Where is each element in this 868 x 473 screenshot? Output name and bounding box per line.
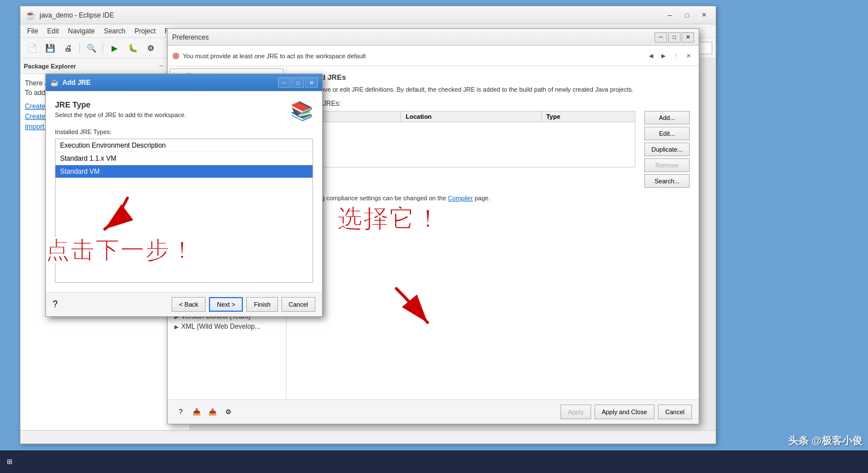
error-bar: ⊗ You must provide at least one JRE to a…	[168, 46, 699, 66]
preferences-title: Preferences	[172, 33, 209, 41]
annotation-text-select: 选择它！	[337, 203, 441, 236]
eclipse-icon: ☕	[25, 10, 36, 20]
apply-close-button[interactable]: Apply and Close	[595, 405, 655, 419]
jre-table: Name Location Type	[296, 111, 635, 167]
more-nav-button[interactable]: ⋮	[670, 50, 682, 62]
status-bar	[20, 430, 716, 444]
toolbar-separator	[79, 42, 80, 54]
forward-nav-button[interactable]: ▶	[658, 50, 669, 62]
compliance-text: Conflicting compliance settings can be c…	[296, 195, 690, 201]
cancel-preferences-button[interactable]: Cancel	[658, 405, 692, 419]
jre-type-desc: Select the type of JRE to add to the wor…	[55, 111, 186, 118]
new-button[interactable]: 📄	[24, 41, 40, 55]
import-icon[interactable]: 📥	[190, 406, 203, 418]
add-jre-close-button[interactable]: ✕	[305, 78, 318, 88]
jre-col-type: Type	[541, 111, 635, 122]
taskbar-start[interactable]: ⊞	[0, 458, 19, 466]
toolbar-separator2	[102, 42, 103, 54]
preferences-titlebar: Preferences ─ □ ✕	[168, 29, 699, 46]
search-button[interactable]: 🔍	[83, 41, 99, 55]
jre-types-label: Installed JRE Types:	[55, 128, 313, 135]
save-button[interactable]: 💾	[42, 41, 58, 55]
minimize-panel-button[interactable]: ─	[157, 62, 166, 71]
cancel-add-jre-button[interactable]: Cancel	[281, 297, 315, 312]
panel-title: Package Explorer	[24, 63, 76, 70]
print-button[interactable]: 🖨	[60, 41, 76, 55]
preferences-footer: ? 📥 📤 ⚙ Apply Apply and Close Cancel	[168, 399, 699, 424]
search-jre-button[interactable]: Search...	[644, 174, 690, 188]
add-jre-title-text: Add JRE	[62, 79, 91, 87]
jre-type-standard-11x[interactable]: Standard 1.1.x VM	[55, 152, 313, 165]
add-jre-minimize-button[interactable]: ─	[278, 78, 290, 88]
external-tools-button[interactable]: ⚙	[143, 41, 159, 55]
back-button[interactable]: < Back	[172, 297, 206, 312]
remove-jre-button[interactable]: Remove	[644, 158, 690, 172]
tree-item-xml[interactable]: ▶XML (Wild Web Develop...	[168, 321, 286, 332]
run-button[interactable]: ▶	[106, 41, 122, 55]
next-button[interactable]: Next >	[209, 297, 243, 312]
compiler-link[interactable]: Compiler	[448, 195, 473, 201]
help-icon[interactable]: ?	[174, 406, 187, 418]
jre-type-icon: 📚	[290, 100, 313, 122]
annotation-text-step: 点击下一步！	[45, 235, 195, 266]
add-jre-title-icon: ☕	[50, 79, 59, 87]
add-jre-help-icon[interactable]: ?	[53, 299, 58, 309]
nav-close-button[interactable]: ✕	[683, 50, 694, 62]
add-jre-footer: ? < Back Next > Finish Cancel	[46, 292, 322, 316]
content-title: Installed JREs	[296, 73, 690, 81]
eclipse-title: java_demo - Eclipse IDE	[40, 11, 114, 19]
minimize-button[interactable]: ─	[662, 10, 677, 21]
jre-col-location: Location	[401, 111, 541, 122]
menu-search[interactable]: Search	[99, 26, 130, 36]
settings-icon[interactable]: ⚙	[222, 406, 234, 418]
content-desc: Add, remove or edit JRE definitions. By …	[296, 86, 690, 93]
add-jre-button[interactable]: Add...	[644, 111, 690, 124]
jre-empty-row	[296, 122, 635, 167]
preferences-close-button[interactable]: ✕	[682, 32, 694, 42]
menu-edit[interactable]: Edit	[42, 26, 63, 36]
error-icon: ⊗	[172, 50, 179, 61]
close-button[interactable]: ✕	[696, 10, 711, 21]
jre-table-area: Name Location Type	[296, 111, 635, 188]
jre-type-standard-vm[interactable]: Standard VM	[55, 165, 313, 178]
menu-file[interactable]: File	[23, 26, 42, 36]
jre-type-header: JRE Type Select the type of JRE to add t…	[55, 100, 313, 122]
duplicate-jre-button[interactable]: Duplicate...	[644, 143, 690, 156]
finish-button[interactable]: Finish	[246, 297, 277, 312]
edit-jre-button[interactable]: Edit...	[644, 127, 690, 140]
apply-button[interactable]: Apply	[561, 405, 591, 419]
preferences-minimize-button[interactable]: ─	[655, 32, 667, 42]
maximize-button[interactable]: □	[679, 10, 694, 21]
jre-area: Name Location Type Add...	[296, 111, 690, 188]
add-jre-titlebar: ☕ Add JRE ─ □ ✕	[46, 74, 322, 91]
preferences-maximize-button[interactable]: □	[668, 32, 681, 42]
red-arrow-next-icon	[385, 277, 442, 334]
add-jre-maximize-button[interactable]: □	[292, 78, 304, 88]
eclipse-title-bar: ☕ java_demo - Eclipse IDE ─ □ ✕	[20, 6, 716, 24]
menu-project[interactable]: Project	[130, 26, 160, 36]
debug-button[interactable]: 🐛	[125, 41, 140, 55]
installed-jres-label: Installed JREs:	[296, 100, 690, 108]
jre-buttons: Add... Edit... Duplicate... Remove Searc…	[644, 111, 690, 188]
export-icon[interactable]: 📤	[206, 406, 219, 418]
jre-type-execution-env[interactable]: Execution Environment Description	[55, 139, 313, 152]
red-arrow-select-icon	[82, 192, 150, 238]
panel-header: Package Explorer ─ □ ✕	[20, 58, 190, 74]
error-text: You must provide at least one JRE to act…	[183, 53, 642, 59]
menu-navigate[interactable]: Navigate	[63, 26, 99, 36]
taskbar: ⊞	[0, 450, 868, 473]
jre-type-title: JRE Type	[55, 100, 186, 109]
back-nav-button[interactable]: ◀	[645, 50, 657, 62]
watermark: 头条 @极客小俊	[788, 434, 862, 448]
